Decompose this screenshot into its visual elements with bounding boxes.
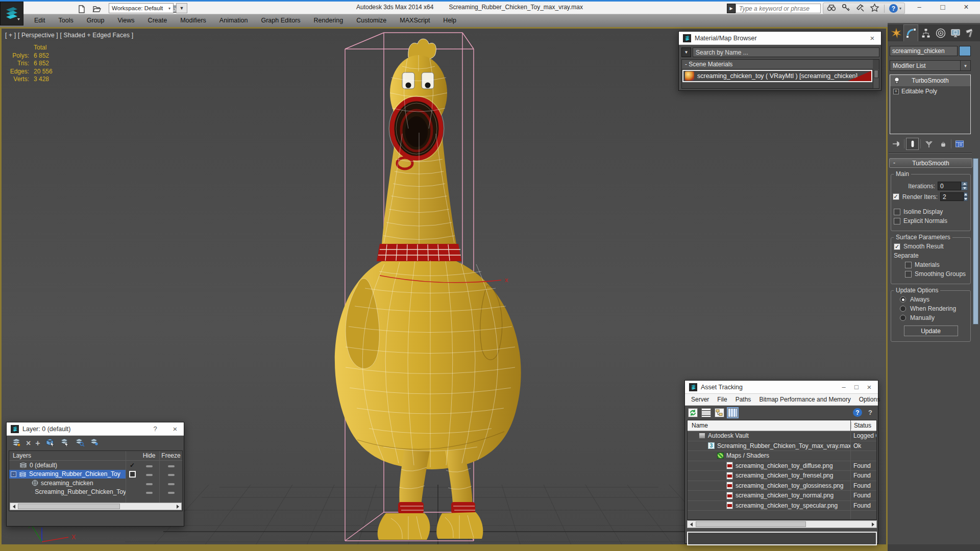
asset-tracking-titlebar[interactable]: Asset Tracking – □ × — [685, 381, 878, 394]
menu-tools[interactable]: Tools — [52, 14, 80, 27]
collapse-minus-icon[interactable]: - — [11, 471, 16, 477]
stack-item-editable-poly[interactable]: + Editable Poly — [890, 86, 970, 96]
update-button[interactable]: Update — [904, 325, 958, 336]
render-iters-spinner[interactable] — [964, 192, 968, 201]
menu-maxscript[interactable]: MAXScript — [393, 14, 436, 27]
when-rendering-radio[interactable] — [900, 306, 906, 312]
workspace-selector[interactable]: Workspace: Default ▾ — [109, 3, 174, 13]
close-icon[interactable]: × — [865, 383, 874, 391]
table-row[interactable]: 3Screaming_Rubber_Chicken_Toy_max_vray.m… — [688, 441, 876, 452]
menu-file[interactable]: File — [713, 396, 731, 403]
help-icon[interactable]: ? — [151, 425, 160, 433]
hide-toggle[interactable] — [138, 480, 160, 487]
menu-help[interactable]: Help — [436, 14, 463, 27]
favorites-star-icon[interactable] — [870, 3, 879, 14]
tab-modify-icon[interactable] — [903, 24, 918, 41]
material-item[interactable]: screaming_chicken_toy ( VRayMtl ) [screa… — [682, 70, 872, 82]
smooth-result-checkbox[interactable]: ✓ — [894, 243, 900, 250]
hide-toggle[interactable] — [138, 488, 160, 495]
manually-radio[interactable] — [900, 315, 906, 321]
iterations-spinner[interactable] — [961, 182, 968, 190]
toolbar-overflow-button[interactable]: ▼ — [176, 3, 187, 13]
layer-row-selected[interactable]: - Screaming_Rubber_Chicken_Toy — [9, 470, 182, 479]
help-dropdown-icon[interactable]: ▾ — [899, 6, 901, 11]
remove-modifier-icon[interactable] — [937, 138, 949, 150]
tab-motion-icon[interactable] — [933, 24, 948, 41]
tab-hierarchy-icon[interactable] — [918, 24, 933, 41]
chicken-model[interactable] — [335, 39, 521, 540]
menu-modifiers[interactable]: Modifiers — [174, 14, 213, 27]
table-row[interactable]: screaming_chicken_toy_normal.png Found — [688, 491, 876, 501]
table-view-icon[interactable] — [728, 408, 738, 417]
explicit-normals-checkbox[interactable] — [894, 218, 900, 224]
layer-table-hscrollbar[interactable] — [10, 503, 182, 510]
always-radio[interactable] — [900, 296, 906, 303]
menu-edit[interactable]: Edit — [28, 14, 52, 27]
render-iters-field[interactable] — [940, 192, 964, 201]
scroll-right-icon[interactable] — [869, 521, 876, 528]
expand-plus-icon[interactable]: + — [893, 89, 899, 94]
maximize-icon[interactable]: □ — [852, 383, 861, 391]
search-history-button[interactable]: ▶ — [727, 4, 736, 13]
current-layer-checkmark[interactable]: ✓ — [126, 462, 138, 469]
minimize-button[interactable]: – — [908, 0, 931, 14]
freeze-toggle[interactable] — [160, 462, 182, 469]
current-layer-checkbox[interactable] — [129, 471, 136, 478]
material-browser-titlebar[interactable]: Material/Map Browser × — [679, 32, 881, 45]
search-icon[interactable] — [826, 3, 837, 14]
hide-toggle[interactable] — [138, 470, 160, 478]
infocenter-search-input[interactable] — [736, 4, 821, 13]
menu-customize[interactable]: Customize — [350, 14, 393, 27]
show-end-result-icon[interactable] — [906, 138, 919, 150]
report-view-icon[interactable] — [701, 408, 711, 417]
table-row[interactable]: screaming_chicken_toy_diffuse.png Found — [688, 461, 876, 471]
menu-graph-editors[interactable]: Graph Editors — [254, 14, 307, 27]
asset-table-hscrollbar[interactable] — [687, 520, 877, 528]
layer-window-titlebar[interactable]: Layer: 0 (default) ? × — [7, 422, 184, 436]
object-color-swatch[interactable] — [959, 46, 971, 56]
table-row[interactable]: screaming_chicken_toy_glossiness.png Fou… — [688, 481, 876, 491]
make-unique-icon[interactable] — [922, 138, 935, 150]
material-search-input[interactable] — [693, 47, 879, 57]
material-list-scrollbar[interactable] — [873, 69, 879, 88]
scroll-left-icon[interactable] — [10, 503, 17, 510]
menu-views[interactable]: Views — [111, 14, 141, 27]
highlight-layer-icon[interactable] — [75, 438, 85, 448]
isoline-checkbox[interactable] — [894, 209, 900, 215]
sign-in-key-icon[interactable] — [841, 3, 851, 14]
close-button[interactable]: × — [954, 0, 978, 14]
communication-center-icon[interactable] — [855, 3, 865, 14]
maximize-button[interactable]: □ — [931, 0, 954, 14]
select-objects-in-layer-icon[interactable] — [45, 438, 55, 448]
layer-row-default[interactable]: 0 (default) ✓ — [9, 461, 182, 470]
layer-table-header[interactable]: Layers Hide Freeze — [9, 451, 182, 461]
menu-server[interactable]: Server — [687, 396, 713, 403]
add-to-layer-icon[interactable]: + — [35, 439, 40, 448]
menu-paths[interactable]: Paths — [731, 396, 755, 403]
application-menu-button[interactable] — [0, 2, 23, 26]
tab-create-icon[interactable] — [889, 24, 903, 41]
layer-properties-icon[interactable] — [89, 438, 100, 448]
freeze-toggle[interactable] — [160, 470, 182, 478]
hide-toggle[interactable] — [138, 462, 160, 469]
scroll-left-icon[interactable] — [688, 521, 695, 528]
close-icon[interactable]: × — [170, 424, 180, 433]
tab-utilities-icon[interactable] — [963, 24, 977, 41]
configure-modifier-sets-icon[interactable] — [953, 138, 966, 150]
object-row[interactable]: Screaming_Rubber_Chicken_Toy — [9, 488, 182, 497]
create-layer-icon[interactable] — [11, 438, 21, 448]
web-help-icon[interactable]: ? — [853, 408, 862, 417]
help-icon[interactable]: ? ▾ — [889, 4, 901, 13]
viewport-label[interactable]: [ + ] [ Perspective ] [ Shaded + Edged F… — [5, 32, 133, 39]
stack-item-turbosmooth[interactable]: TurboSmooth — [890, 75, 970, 86]
render-iters-checkbox[interactable]: ✓ — [893, 193, 899, 200]
object-row[interactable]: screaming_chicken — [9, 479, 182, 488]
modifier-list-dropdown[interactable]: Modifier List ▾ — [890, 60, 971, 71]
table-row[interactable]: screaming_chicken_toy_frensel.png Found — [688, 471, 876, 481]
menu-group[interactable]: Group — [80, 14, 111, 27]
filter-dropdown-icon[interactable]: ▼ — [681, 47, 691, 57]
set-current-layer-icon[interactable] — [60, 438, 70, 448]
materials-checkbox[interactable] — [905, 262, 912, 268]
smoothing-groups-checkbox[interactable] — [905, 271, 912, 278]
freeze-toggle[interactable] — [160, 488, 182, 495]
